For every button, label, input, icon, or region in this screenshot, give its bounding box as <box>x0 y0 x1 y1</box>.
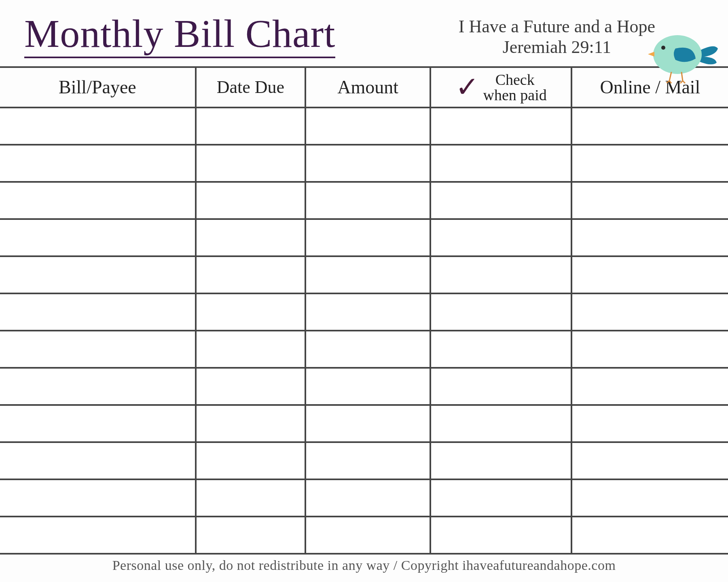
col-header-check-paid: ✓ Check when paid <box>430 67 571 108</box>
table-cell[interactable] <box>571 108 728 145</box>
table-row <box>0 331 728 368</box>
table-cell[interactable] <box>196 108 305 145</box>
table-cell[interactable] <box>305 331 431 368</box>
checkmark-icon: ✓ <box>455 84 479 90</box>
table-row <box>0 182 728 219</box>
table-cell[interactable] <box>430 368 571 405</box>
table-cell[interactable] <box>430 293 571 331</box>
table-cell[interactable] <box>196 368 305 405</box>
footer-text: Personal use only, do not redistribute i… <box>0 555 728 573</box>
table-cell[interactable] <box>571 331 728 368</box>
table-cell[interactable] <box>196 479 305 517</box>
table-cell[interactable] <box>430 145 571 182</box>
svg-line-7 <box>683 81 685 83</box>
page-header: Monthly Bill Chart I Have a Future and a… <box>0 0 728 62</box>
table-cell[interactable] <box>196 145 305 182</box>
table-cell[interactable] <box>305 219 431 256</box>
tagline-line1: I Have a Future and a Hope <box>459 16 655 37</box>
table-cell[interactable] <box>305 182 431 219</box>
table-cell[interactable] <box>196 256 305 293</box>
table-cell[interactable] <box>0 256 196 293</box>
tagline-line2: Jeremiah 29:11 <box>459 37 655 57</box>
bill-table-wrap: Bill/Payee Date Due Amount ✓ Check when … <box>0 66 728 555</box>
check-text: Check when paid <box>483 72 547 103</box>
table-row <box>0 517 728 554</box>
table-cell[interactable] <box>0 442 196 479</box>
check-line2: when paid <box>483 87 547 103</box>
bird-icon <box>647 24 720 86</box>
table-cell[interactable] <box>430 517 571 554</box>
table-cell[interactable] <box>196 405 305 442</box>
table-cell[interactable] <box>0 219 196 256</box>
table-cell[interactable] <box>0 293 196 331</box>
table-cell[interactable] <box>571 293 728 331</box>
table-cell[interactable] <box>0 479 196 517</box>
table-row <box>0 219 728 256</box>
table-cell[interactable] <box>571 405 728 442</box>
table-cell[interactable] <box>196 293 305 331</box>
table-cell[interactable] <box>430 219 571 256</box>
table-cell[interactable] <box>430 108 571 145</box>
col-header-date-due: Date Due <box>196 67 305 108</box>
table-cell[interactable] <box>0 405 196 442</box>
table-cell[interactable] <box>196 442 305 479</box>
svg-line-4 <box>669 81 671 83</box>
table-row <box>0 479 728 517</box>
check-line1: Check <box>483 72 547 87</box>
table-cell[interactable] <box>196 182 305 219</box>
table-cell[interactable] <box>571 182 728 219</box>
table-cell[interactable] <box>196 517 305 554</box>
table-cell[interactable] <box>571 256 728 293</box>
table-cell[interactable] <box>0 517 196 554</box>
table-cell[interactable] <box>305 442 431 479</box>
col-header-bill-payee: Bill/Payee <box>0 67 196 108</box>
table-row <box>0 442 728 479</box>
table-cell[interactable] <box>0 108 196 145</box>
svg-point-1 <box>661 46 665 50</box>
table-cell[interactable] <box>305 479 431 517</box>
table-cell[interactable] <box>571 479 728 517</box>
table-row <box>0 256 728 293</box>
bill-chart-page: Monthly Bill Chart I Have a Future and a… <box>0 0 728 582</box>
table-row <box>0 368 728 405</box>
table-cell[interactable] <box>305 145 431 182</box>
table-cell[interactable] <box>430 479 571 517</box>
table-header-row: Bill/Payee Date Due Amount ✓ Check when … <box>0 67 728 108</box>
table-row <box>0 405 728 442</box>
table-cell[interactable] <box>196 331 305 368</box>
table-cell[interactable] <box>305 256 431 293</box>
table-cell[interactable] <box>0 331 196 368</box>
table-cell[interactable] <box>196 219 305 256</box>
table-row <box>0 293 728 331</box>
table-cell[interactable] <box>305 293 431 331</box>
table-cell[interactable] <box>430 182 571 219</box>
table-cell[interactable] <box>0 368 196 405</box>
table-cell[interactable] <box>305 368 431 405</box>
table-cell[interactable] <box>571 442 728 479</box>
table-cell[interactable] <box>0 182 196 219</box>
table-cell[interactable] <box>430 256 571 293</box>
table-cell[interactable] <box>430 331 571 368</box>
table-cell[interactable] <box>571 145 728 182</box>
col-header-amount: Amount <box>305 67 431 108</box>
table-cell[interactable] <box>430 442 571 479</box>
table-cell[interactable] <box>0 145 196 182</box>
bill-table: Bill/Payee Date Due Amount ✓ Check when … <box>0 66 728 555</box>
table-cell[interactable] <box>430 405 571 442</box>
table-cell[interactable] <box>571 368 728 405</box>
table-cell[interactable] <box>305 405 431 442</box>
svg-line-3 <box>667 81 669 83</box>
page-title: Monthly Bill Chart <box>24 12 335 58</box>
svg-line-6 <box>680 81 683 83</box>
table-row <box>0 108 728 145</box>
bill-table-body <box>0 108 728 554</box>
table-cell[interactable] <box>571 517 728 554</box>
check-header-content: ✓ Check when paid <box>436 72 565 103</box>
table-cell[interactable] <box>305 108 431 145</box>
tagline: I Have a Future and a Hope Jeremiah 29:1… <box>459 16 655 57</box>
table-row <box>0 145 728 182</box>
svg-line-2 <box>669 72 671 81</box>
table-cell[interactable] <box>571 219 728 256</box>
table-cell[interactable] <box>305 517 431 554</box>
